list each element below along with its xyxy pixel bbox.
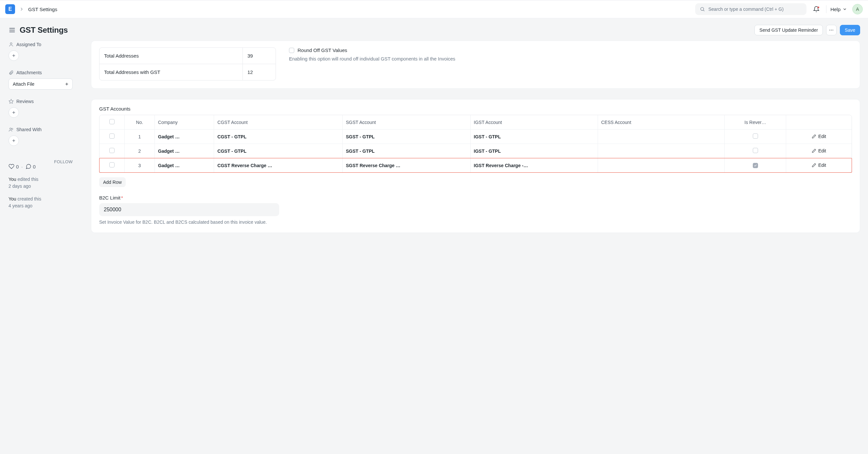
comments-button[interactable]: 0 (26, 164, 36, 169)
table-row: 3Gadget …CGST Reverse Charge …SGST Rever… (99, 158, 851, 172)
cell-sgst[interactable]: SGST Reverse Charge … (343, 158, 471, 172)
table-row: 2Gadget …CGST - GTPLSGST - GTPLIGST - GT… (99, 144, 851, 158)
gst-accounts-title: GST Accounts (99, 106, 852, 111)
add-assignee-button[interactable] (8, 51, 19, 61)
cell-no: 2 (125, 144, 155, 158)
svg-point-6 (831, 30, 832, 30)
breadcrumb-current[interactable]: GST Settings (28, 6, 57, 12)
help-label: Help (830, 6, 840, 12)
address-stats-card: Total Addresses 39 Total Addresses with … (91, 40, 860, 89)
b2c-limit-block: B2C Limit* Set Invoice Value for B2C. B2… (99, 195, 852, 225)
gst-accounts-table: No. Company CGST Account SGST Account IG… (99, 115, 852, 173)
svg-point-17 (11, 128, 13, 130)
attachments-block: Attachments Attach File (8, 69, 82, 90)
svg-line-1 (703, 10, 704, 11)
cell-cess[interactable] (598, 130, 725, 144)
edit-row-button[interactable]: Edit (812, 134, 826, 139)
b2c-limit-input[interactable] (99, 203, 279, 216)
select-all-checkbox[interactable] (109, 119, 115, 124)
col-header-select (99, 115, 125, 130)
user-icon (8, 42, 14, 47)
cell-cgst[interactable]: CGST - GTPL (214, 144, 342, 158)
col-header-no: No. (125, 115, 155, 130)
cell-cess[interactable] (598, 158, 725, 172)
activity-created: You created this 4 years ago (8, 196, 82, 209)
total-addresses-gst-label: Total Addresses with GST (99, 64, 243, 80)
gst-accounts-card: GST Accounts No. Company CGST Account SG… (91, 99, 860, 233)
cell-cgst[interactable]: CGST Reverse Charge … (214, 158, 342, 172)
col-header-reverse: Is Rever… (725, 115, 786, 130)
svg-marker-13 (9, 99, 13, 103)
help-menu[interactable]: Help (830, 6, 847, 12)
svg-point-16 (10, 128, 11, 130)
total-addresses-value: 39 (243, 48, 276, 64)
edit-row-button[interactable]: Edit (812, 148, 826, 153)
cell-igst[interactable]: IGST - GTPL (471, 130, 598, 144)
edit-icon (812, 149, 816, 153)
cell-cess[interactable] (598, 144, 725, 158)
search-icon (700, 6, 705, 12)
cell-igst[interactable]: IGST - GTPL (471, 144, 598, 158)
menu-icon[interactable] (8, 27, 16, 34)
activity-edited-actor: You (8, 176, 17, 182)
search-input[interactable] (708, 6, 802, 12)
reviews-block: Reviews (8, 97, 82, 118)
assigned-to-label: Assigned To (17, 42, 41, 47)
row-select-checkbox[interactable] (109, 133, 115, 139)
cell-cgst[interactable]: CGST - GTPL (214, 130, 342, 144)
comments-count: 0 (33, 164, 36, 169)
activity-created-text: created this (17, 196, 41, 201)
page-bar: GST Settings Send GST Update Reminder Sa… (0, 18, 868, 40)
send-gst-reminder-button[interactable]: Send GST Update Reminder (754, 25, 823, 35)
cell-company[interactable]: Gadget … (155, 144, 214, 158)
add-share-button[interactable] (8, 135, 19, 146)
shared-with-label: Shared With (17, 127, 41, 132)
search-box[interactable] (695, 3, 806, 15)
user-avatar[interactable]: A (852, 4, 863, 14)
activity-edited-text: edited this (17, 176, 39, 182)
row-select-checkbox[interactable] (109, 162, 115, 167)
b2c-limit-help: Set Invoice Value for B2C. B2CL and B2CS… (99, 220, 852, 225)
svg-point-5 (829, 30, 830, 30)
col-header-igst: IGST Account (471, 115, 598, 130)
svg-point-8 (10, 43, 12, 44)
reverse-checkbox[interactable] (753, 148, 758, 153)
total-addresses-label: Total Addresses (99, 48, 243, 64)
cell-sgst[interactable]: SGST - GTPL (343, 144, 471, 158)
cell-igst[interactable]: IGST Reverse Charge -… (471, 158, 598, 172)
app-logo[interactable]: E (5, 4, 15, 14)
reverse-checkbox[interactable] (753, 163, 758, 168)
add-row-button[interactable]: Add Row (99, 177, 126, 187)
svg-point-7 (833, 30, 833, 30)
cell-company[interactable]: Gadget … (155, 130, 214, 144)
round-off-checkbox[interactable] (289, 48, 294, 53)
likes-button[interactable]: 0 (8, 164, 19, 169)
paperclip-icon (8, 70, 14, 75)
reverse-checkbox[interactable] (753, 133, 758, 139)
dot-separator: · (21, 164, 23, 169)
activity-block: You edited this 2 days ago You created t… (8, 176, 82, 209)
engagement-row: 0 · 0 FOLLOW (8, 154, 73, 169)
row-select-checkbox[interactable] (109, 148, 115, 153)
attach-file-button[interactable]: Attach File (8, 78, 73, 90)
cell-no: 3 (125, 158, 155, 172)
save-button[interactable]: Save (840, 25, 860, 35)
notifications-button[interactable] (810, 6, 822, 12)
follow-button[interactable]: FOLLOW (54, 159, 73, 164)
main-content: Total Addresses 39 Total Addresses with … (91, 40, 860, 244)
cell-reverse (725, 130, 786, 144)
likes-count: 0 (16, 164, 19, 169)
cell-sgst[interactable]: SGST - GTPL (343, 130, 471, 144)
more-actions-button[interactable] (826, 25, 837, 35)
comment-icon (26, 164, 31, 169)
round-off-block: Round Off GST Values Enabling this optio… (289, 47, 455, 62)
round-off-checkbox-row[interactable]: Round Off GST Values (289, 47, 455, 53)
chevron-right-icon (19, 6, 24, 12)
table-row: 1Gadget …CGST - GTPLSGST - GTPLIGST - GT… (99, 130, 851, 144)
cell-company[interactable]: Gadget … (155, 158, 214, 172)
add-review-button[interactable] (8, 107, 19, 118)
svg-point-0 (701, 7, 704, 10)
chevron-down-icon (842, 7, 847, 11)
edit-row-button[interactable]: Edit (812, 163, 826, 168)
reviews-label: Reviews (17, 99, 34, 104)
